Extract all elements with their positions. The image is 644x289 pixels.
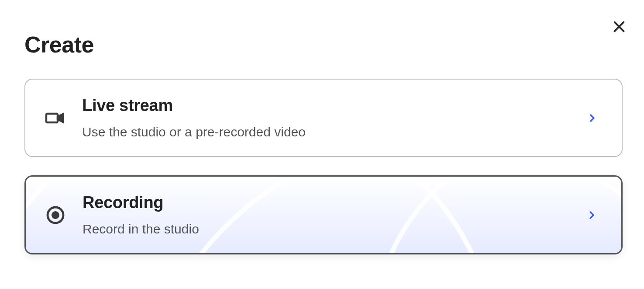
option-text: Live stream Use the studio or a pre-reco… — [82, 96, 584, 139]
option-recording[interactable]: Recording Record in the studio — [24, 175, 623, 254]
chevron-right-icon — [584, 207, 599, 223]
svg-point-4 — [52, 211, 59, 219]
svg-rect-2 — [46, 114, 58, 122]
option-live-stream[interactable]: Live stream Use the studio or a pre-reco… — [24, 79, 623, 157]
option-title: Live stream — [82, 96, 584, 115]
page-title: Create — [24, 31, 94, 58]
video-camera-icon — [43, 106, 67, 130]
option-text: Recording Record in the studio — [83, 193, 584, 237]
chevron-right-icon — [584, 110, 600, 126]
close-button[interactable] — [610, 17, 629, 37]
create-options-list: Live stream Use the studio or a pre-reco… — [24, 79, 623, 273]
record-icon — [43, 203, 68, 227]
option-description: Use the studio or a pre-recorded video — [82, 125, 584, 139]
close-icon — [611, 19, 627, 36]
option-title: Recording — [83, 193, 584, 212]
option-description: Record in the studio — [83, 222, 584, 237]
